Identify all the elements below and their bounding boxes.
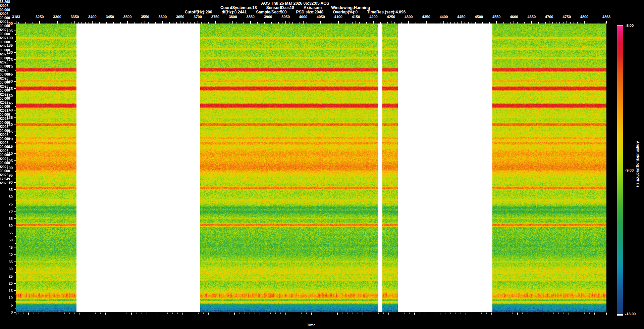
top-axis-minor-tick <box>588 22 588 23</box>
time-axis-minor-tick <box>342 313 342 314</box>
time-axis-label: 05:45:00.00003/26/2026 <box>0 105 322 113</box>
top-axis-minor-tick <box>528 22 528 23</box>
time-axis-label-time: 05:30:00.000 <box>0 81 322 85</box>
top-axis-minor-tick <box>454 22 454 23</box>
time-axis-minor-tick <box>85 313 85 314</box>
top-axis-minor-tick <box>559 22 560 23</box>
time-axis-label-date: 03/26/2026 <box>0 85 322 89</box>
time-axis-minor-tick <box>399 313 399 314</box>
top-axis-major-tick <box>567 21 567 23</box>
time-axis-minor-tick <box>111 313 111 314</box>
time-axis-minor-tick <box>368 313 368 314</box>
top-axis-major-tick <box>496 21 497 23</box>
time-axis-minor-tick <box>486 313 487 314</box>
top-axis-minor-tick <box>521 22 521 23</box>
time-axis-major-tick <box>414 313 415 315</box>
time-axis-minor-tick <box>327 313 327 314</box>
time-axis-minor-tick <box>502 313 502 314</box>
frequency-axis-minor-tick <box>15 236 16 237</box>
top-axis-minor-tick <box>574 22 574 23</box>
time-axis-label: 05:50:00.00003/26/2026 <box>0 113 322 121</box>
time-axis-minor-tick <box>147 313 147 314</box>
top-axis-minor-tick <box>595 22 595 23</box>
time-axis-label-time: 04:45:00.000 <box>0 8 322 12</box>
top-axis-minor-tick <box>384 22 384 23</box>
frequency-axis-minor-tick <box>15 186 16 186</box>
top-axis-major-tick <box>356 21 356 23</box>
frequency-axis-major-tick <box>14 240 16 240</box>
top-axis-major-tick <box>373 21 374 23</box>
time-axis-minor-tick <box>533 313 533 314</box>
frequency-axis-major-tick <box>14 211 16 211</box>
top-axis-minor-tick <box>328 22 328 23</box>
time-axis-minor-tick <box>564 313 564 314</box>
time-axis-minor-tick <box>193 313 193 314</box>
time-axis-minor-tick <box>476 313 476 314</box>
top-axis-minor-tick <box>430 22 430 23</box>
top-axis-minor-tick <box>482 22 483 23</box>
frequency-axis-minor-tick <box>15 287 16 287</box>
amplitude-axis-title: Amplitude(Log10(g^2/Hz)) <box>636 141 640 187</box>
time-axis-major-tick <box>466 313 466 315</box>
frequency-axis-minor-tick <box>15 265 16 266</box>
time-axis-minor-tick <box>512 313 513 314</box>
top-axis-minor-tick <box>581 22 581 23</box>
time-axis-label: 05:00:00.00003/26/2026 <box>0 32 322 40</box>
time-axis-minor-tick <box>245 313 245 314</box>
frequency-axis-label: 60 <box>0 224 13 228</box>
time-axis-label-date: 03/26/2026 <box>0 60 322 64</box>
time-axis-minor-tick <box>301 313 302 314</box>
time-axis-minor-tick <box>214 313 214 314</box>
top-axis-label: 4500 <box>475 15 483 19</box>
time-axis-label: 05:15:00.00003/26/2026 <box>0 56 322 64</box>
time-axis-label-time: 04:55:00.000 <box>0 24 322 28</box>
time-axis-minor-tick <box>64 313 65 314</box>
time-axis-minor-tick <box>455 313 456 314</box>
time-axis-minor-tick <box>44 313 44 314</box>
top-axis-major-tick <box>426 21 427 23</box>
top-axis-major-tick <box>514 21 514 23</box>
time-axis-label-date: 03/26/2026 <box>0 12 322 16</box>
time-axis-label-time: 06:05:00.000 <box>0 137 322 141</box>
top-axis-minor-tick <box>412 22 412 23</box>
frequency-axis-label: 75 <box>0 202 13 206</box>
time-axis-major-tick <box>388 313 389 315</box>
frequency-axis-label: 0 <box>0 310 13 314</box>
top-axis-label: 4100 <box>334 15 342 19</box>
frequency-axis-major-tick <box>14 197 16 197</box>
time-axis-major-tick <box>363 313 363 315</box>
time-axis-minor-tick <box>162 313 162 314</box>
time-axis-label: 04:55:00.00003/26/2026 <box>0 24 322 32</box>
time-axis-minor-tick <box>239 313 239 314</box>
time-axis-minor-tick <box>548 313 548 314</box>
time-axis-label: 05:30:00.00003/26/2026 <box>0 81 322 89</box>
time-axis-label: 04:45:00.00003/26/2026 <box>0 8 322 16</box>
time-axis-label-time: 05:00:00.000 <box>0 32 322 36</box>
time-axis-minor-tick <box>435 313 435 314</box>
time-axis-major-tick <box>337 313 338 315</box>
top-axis-minor-tick <box>500 22 500 23</box>
frequency-axis-label: 80 <box>0 195 13 199</box>
time-axis-label: 06:15:00.00003/26/2026 <box>0 153 322 161</box>
time-axis-major-tick <box>517 313 518 315</box>
time-axis-label-time: 05:55:00.000 <box>0 121 322 125</box>
time-axis-label: 05:35:00.00003/26/2026 <box>0 89 322 97</box>
time-axis-label-date: 03/26/2026 <box>0 36 322 40</box>
time-axis-major-tick <box>440 313 440 315</box>
header-config-item: Windowing:Hanning <box>331 5 370 10</box>
top-axis-minor-tick <box>538 22 539 23</box>
frequency-axis-major-tick <box>14 218 16 219</box>
time-axis-minor-tick <box>332 313 332 314</box>
top-axis-major-tick <box>443 21 444 23</box>
frequency-axis-minor-tick <box>15 280 16 280</box>
top-axis-minor-tick <box>349 22 349 23</box>
frequency-axis-minor-tick <box>15 222 16 222</box>
time-axis-label-date: 03/26/2026 <box>0 173 322 177</box>
time-axis-label-date: 03/26/2026 <box>0 68 322 73</box>
time-axis-minor-tick <box>394 313 394 314</box>
top-axis-label: 4200 <box>369 15 377 19</box>
top-axis-minor-tick <box>542 22 542 23</box>
time-axis-minor-tick <box>430 313 430 314</box>
frequency-axis-major-tick <box>14 189 16 190</box>
header-param-item: Overlap(%):0 <box>333 10 358 14</box>
